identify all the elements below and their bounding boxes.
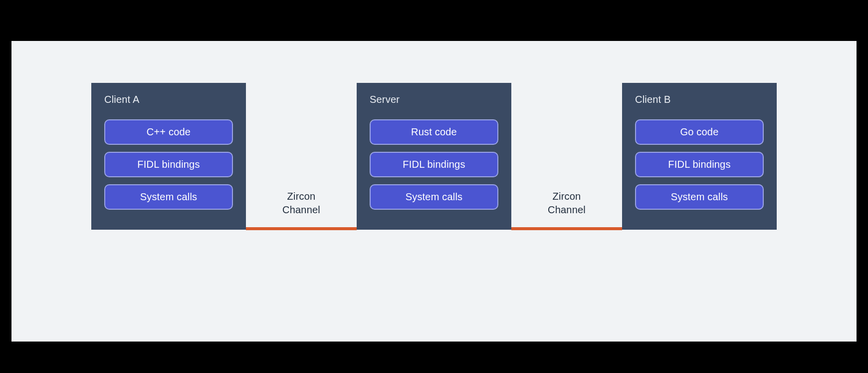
layer-bindings: FIDL bindings (104, 152, 233, 177)
layer-bindings: FIDL bindings (635, 152, 764, 177)
diagram-row: Client A C++ code FIDL bindings System c… (11, 83, 857, 230)
channel-label-line1: Zircon (287, 191, 316, 202)
channel-label-line2: Channel (548, 204, 586, 215)
diagram-canvas: Client A C++ code FIDL bindings System c… (11, 41, 857, 342)
channel-line (246, 227, 357, 230)
channel-gap: Zircon Channel (511, 83, 622, 230)
layer-code: Go code (635, 119, 764, 145)
layer-bindings: FIDL bindings (370, 152, 498, 177)
layer-code: C++ code (104, 119, 233, 145)
box-server: Server Rust code FIDL bindings System ca… (357, 83, 511, 230)
channel-label-line1: Zircon (553, 191, 581, 202)
layer-code: Rust code (370, 119, 498, 145)
box-title: Server (370, 94, 498, 105)
layer-syscalls: System calls (635, 184, 764, 210)
channel-label: Zircon Channel (246, 190, 357, 217)
channel-line (511, 227, 622, 230)
layer-syscalls: System calls (370, 184, 498, 210)
box-client-a: Client A C++ code FIDL bindings System c… (91, 83, 246, 230)
channel-label: Zircon Channel (511, 190, 622, 217)
layer-syscalls: System calls (104, 184, 233, 210)
box-title: Client B (635, 94, 764, 105)
box-client-b: Client B Go code FIDL bindings System ca… (622, 83, 777, 230)
box-title: Client A (104, 94, 233, 105)
channel-gap: Zircon Channel (246, 83, 357, 230)
channel-label-line2: Channel (282, 204, 320, 215)
